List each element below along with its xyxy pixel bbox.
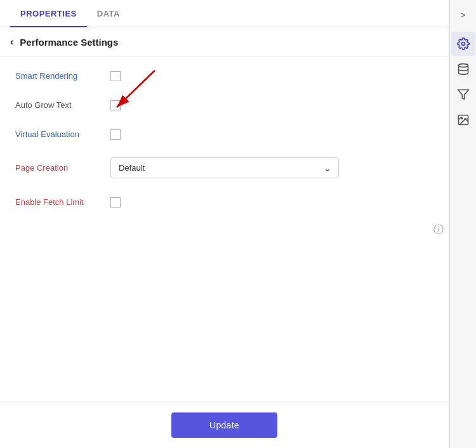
page-title: Performance Settings bbox=[20, 37, 118, 48]
sidebar-filter-icon[interactable] bbox=[451, 82, 475, 107]
main-panel: PROPERTIES DATA ‹ Performance Settings ⓘ… bbox=[0, 0, 449, 448]
smart-rendering-label: Smart Rendering bbox=[15, 71, 110, 81]
virtual-evaluation-checkbox-wrap bbox=[110, 128, 121, 140]
tabs-bar: PROPERTIES DATA bbox=[0, 0, 449, 27]
virtual-evaluation-checkbox[interactable] bbox=[110, 129, 121, 140]
enable-fetch-limit-checkbox-wrap bbox=[110, 196, 121, 208]
info-icon[interactable]: ⓘ bbox=[433, 223, 444, 236]
page-creation-select-wrapper: Default On Demand Preloaded ⌄ bbox=[110, 157, 339, 178]
svg-point-2 bbox=[461, 43, 465, 46]
sidebar-database-icon[interactable] bbox=[451, 57, 475, 81]
page-creation-select[interactable]: Default On Demand Preloaded bbox=[110, 157, 339, 178]
enable-fetch-limit-checkbox[interactable] bbox=[110, 197, 121, 208]
sidebar-image-settings-icon[interactable] bbox=[451, 108, 475, 132]
back-icon[interactable]: ‹ bbox=[10, 36, 13, 48]
back-header: ‹ Performance Settings bbox=[0, 27, 449, 57]
footer: Update bbox=[0, 402, 449, 448]
auto-grow-text-label: Auto Grow Text bbox=[15, 100, 110, 110]
smart-rendering-checkbox-wrap bbox=[110, 70, 121, 81]
smart-rendering-row: Smart Rendering bbox=[15, 70, 433, 81]
auto-grow-text-checkbox[interactable] bbox=[110, 100, 121, 110]
virtual-evaluation-label: Virtual Evaluation bbox=[15, 129, 110, 139]
tab-data[interactable]: DATA bbox=[87, 0, 130, 27]
auto-grow-text-row: Auto Grow Text bbox=[15, 99, 433, 110]
smart-rendering-checkbox[interactable] bbox=[110, 71, 121, 81]
enable-fetch-limit-row: Enable Fetch Limit bbox=[15, 196, 433, 208]
right-sidebar: > bbox=[449, 0, 476, 448]
tab-properties[interactable]: PROPERTIES bbox=[10, 0, 87, 27]
svg-point-3 bbox=[458, 64, 468, 67]
virtual-evaluation-row: Virtual Evaluation bbox=[15, 128, 433, 140]
sidebar-expand-icon[interactable]: > bbox=[451, 3, 475, 27]
update-button[interactable]: Update bbox=[171, 412, 277, 438]
svg-marker-4 bbox=[458, 90, 468, 100]
content-area: ⓘ Smart Rendering Auto Grow Text bbox=[0, 57, 449, 402]
auto-grow-text-checkbox-wrap bbox=[110, 99, 121, 110]
page-creation-row: Page Creation Default On Demand Preloade… bbox=[15, 157, 433, 178]
sidebar-gear-icon[interactable] bbox=[451, 32, 475, 56]
page-creation-label: Page Creation bbox=[15, 163, 110, 173]
enable-fetch-limit-label: Enable Fetch Limit bbox=[15, 197, 110, 207]
